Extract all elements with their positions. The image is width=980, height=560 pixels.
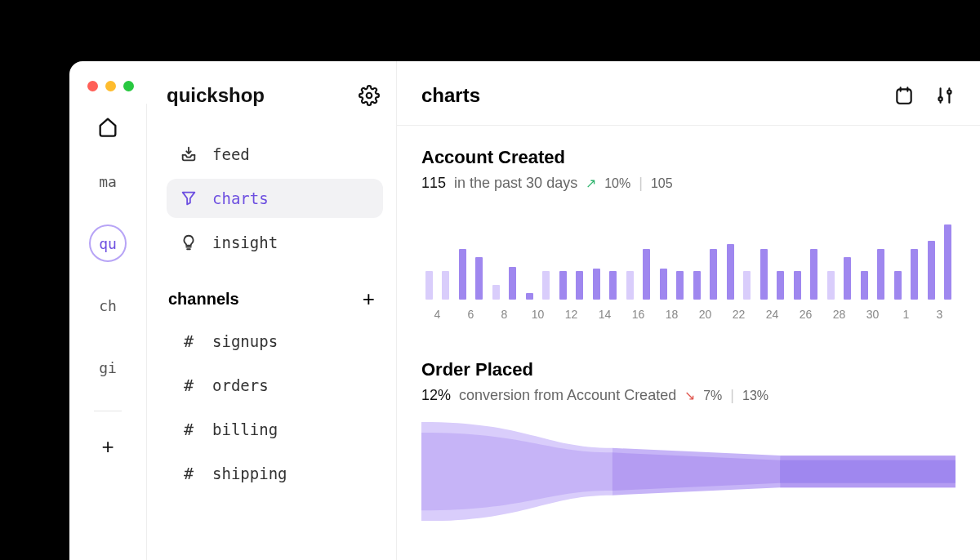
bar-day xyxy=(691,271,703,300)
bar-current xyxy=(609,271,617,300)
prev-value: 105 xyxy=(651,176,673,191)
bar-day xyxy=(942,224,955,300)
bar-current xyxy=(877,249,884,300)
bar-day xyxy=(523,293,536,300)
bar-current xyxy=(861,271,868,300)
bar-previous xyxy=(743,271,751,300)
bar-day xyxy=(708,249,720,300)
bar-day xyxy=(775,271,787,300)
bar-day xyxy=(624,271,636,300)
svg-rect-5 xyxy=(780,460,956,483)
bar-day xyxy=(608,271,620,300)
xaxis-tick: 18 xyxy=(657,308,686,321)
close-window-icon[interactable] xyxy=(87,81,98,91)
bar-day xyxy=(875,249,888,300)
zoom-window-icon[interactable] xyxy=(123,81,134,91)
xaxis-tick: 1 xyxy=(892,308,920,321)
sidebar-item-charts[interactable]: charts xyxy=(167,179,383,218)
xaxis-tick: 14 xyxy=(590,308,619,321)
prev-value: 13% xyxy=(742,389,768,403)
xaxis-tick: 30 xyxy=(858,308,887,321)
calendar-icon[interactable] xyxy=(893,85,915,106)
divider: | xyxy=(730,387,734,404)
bar-day xyxy=(574,271,586,300)
sidebar-item-label: charts xyxy=(212,189,269,207)
bar-current xyxy=(475,257,483,300)
bar-current xyxy=(928,241,935,300)
funnel-icon xyxy=(180,189,198,207)
main-pane: charts Account Created 115 in the past 3… xyxy=(397,61,980,560)
sidebar-item-feed[interactable]: feed xyxy=(167,135,383,174)
svg-point-2 xyxy=(938,97,942,100)
workspace-ma[interactable]: ma xyxy=(89,162,127,200)
bar-day xyxy=(557,271,569,300)
bar-day xyxy=(724,244,737,300)
gear-icon[interactable] xyxy=(359,85,380,106)
workspace-gi[interactable]: gi xyxy=(89,349,127,386)
channel-label: billing xyxy=(212,420,278,438)
hash-icon: # xyxy=(180,376,198,395)
minimize-window-icon[interactable] xyxy=(105,81,116,91)
sidebar-item-label: insight xyxy=(212,233,278,251)
bar-chart xyxy=(421,210,956,300)
arrow-down-icon: ↘ xyxy=(684,388,695,403)
bar-day xyxy=(825,271,837,300)
channel-label: orders xyxy=(212,376,269,394)
bar-day xyxy=(474,257,486,300)
bar-current xyxy=(944,224,951,300)
bar-current xyxy=(794,271,801,300)
bar-day xyxy=(590,269,603,300)
bar-current xyxy=(676,271,684,300)
bar-previous xyxy=(827,271,835,300)
bar-previous xyxy=(626,271,634,300)
bar-previous xyxy=(542,271,550,300)
metric-value: 115 xyxy=(421,175,446,192)
add-channel-button[interactable]: + xyxy=(363,288,375,309)
xaxis-tick: 12 xyxy=(557,308,586,321)
xaxis-tick: 16 xyxy=(624,308,653,321)
channel-billing[interactable]: #billing xyxy=(167,409,383,450)
channel-shipping[interactable]: #shipping xyxy=(167,453,383,494)
bar-day xyxy=(490,285,502,300)
add-workspace-button[interactable]: + xyxy=(101,436,114,457)
bar-day xyxy=(507,267,519,300)
bar-previous xyxy=(425,271,433,300)
channel-label: shipping xyxy=(212,464,287,482)
sidebar-item-insight[interactable]: insight xyxy=(167,223,383,262)
sliders-icon[interactable] xyxy=(934,85,956,106)
rail-separator xyxy=(94,411,122,411)
bar-current xyxy=(593,269,600,300)
metric-context: in the past 30 days xyxy=(454,175,577,192)
home-icon[interactable] xyxy=(96,115,119,138)
xaxis-tick: 10 xyxy=(523,308,552,321)
delta-pct: 10% xyxy=(604,176,630,191)
bar-current xyxy=(760,249,768,300)
bar-day xyxy=(457,249,469,300)
channel-orders[interactable]: #orders xyxy=(167,365,383,406)
divider: | xyxy=(639,175,643,192)
delta-pct: 7% xyxy=(703,389,722,403)
metric-context: conversion from Account Created xyxy=(459,387,676,404)
bar-current xyxy=(710,249,717,300)
bar-previous xyxy=(492,285,500,300)
xaxis-tick: 4 xyxy=(423,308,452,321)
xaxis-tick: 24 xyxy=(758,308,786,321)
xaxis-tick: 6 xyxy=(457,308,485,321)
bar-day xyxy=(657,269,670,300)
arrow-up-icon: ↗ xyxy=(586,176,596,191)
workspace-ch[interactable]: ch xyxy=(89,287,127,324)
xaxis-tick: 8 xyxy=(490,308,519,321)
workspace-qu[interactable]: qu xyxy=(89,224,127,262)
xaxis-tick: 3 xyxy=(925,308,954,321)
card-title: Order Placed xyxy=(421,359,956,380)
hash-icon: # xyxy=(180,331,198,351)
bar-day xyxy=(808,249,821,300)
bar-chart-xaxis: 468101214161820222426283013 xyxy=(421,308,956,338)
channel-signups[interactable]: #signups xyxy=(167,321,383,362)
bar-current xyxy=(559,271,567,300)
chart-card-order-placed: Order Placed 12% conversion from Account… xyxy=(397,338,980,528)
bar-current xyxy=(894,271,902,300)
funnel-chart xyxy=(421,422,956,528)
xaxis-tick: 28 xyxy=(825,308,853,321)
bar-day xyxy=(892,271,904,300)
